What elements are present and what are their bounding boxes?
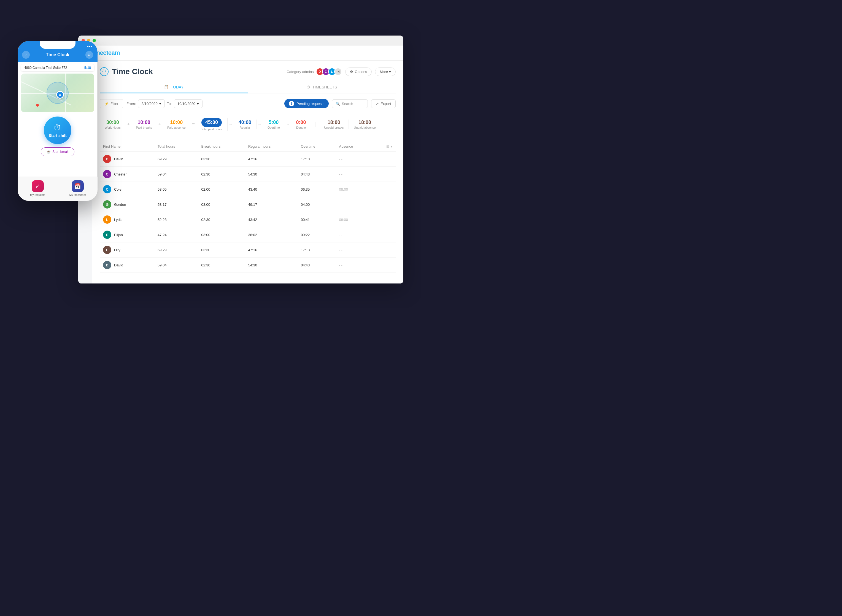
arrow-0: → — [227, 122, 234, 127]
stat-total-paid: 45:00 Total paid hours — [196, 118, 227, 131]
connector-0: + — [126, 122, 131, 127]
tab-today-icon: 📋 — [164, 85, 169, 89]
options-icon: ⚙ — [350, 70, 353, 74]
col-breaks: Break hours — [198, 142, 245, 151]
employee-name: Chester — [114, 172, 127, 176]
stat-paid-absence-label: Paid absence — [167, 126, 186, 129]
employee-name: Elijah — [114, 233, 123, 237]
category-admins: Category admins D C L +4 — [286, 68, 342, 75]
app-header: connecteam — [78, 45, 403, 61]
stat-unpaid-absence-label: Unpaid absence — [354, 126, 376, 129]
fullscreen-button[interactable] — [92, 39, 96, 42]
table-row[interactable]: D David 59:04 02:30 54:30 04:43 - - — [100, 258, 396, 273]
break-hours-cell: 03:30 — [198, 151, 245, 167]
nav-requests[interactable]: ✓ My requests — [18, 180, 57, 197]
connector-1: + — [157, 122, 162, 127]
requests-icon: ✓ — [32, 180, 44, 192]
total-hours-cell: 59:04 — [154, 258, 198, 273]
overtime-cell: 09:22 — [298, 227, 336, 242]
admin-avatars: D C L +4 — [316, 68, 342, 75]
absence-cell: - - — [336, 242, 373, 258]
employee-avatar: E — [103, 230, 111, 239]
start-break-button[interactable]: ☕ Start break — [41, 147, 74, 156]
stat-regular-value: 40:00 — [239, 120, 251, 125]
from-date-input[interactable]: 3/10/2020 ▾ — [138, 100, 165, 108]
filter-icon: ⚡ — [104, 102, 109, 106]
search-input[interactable]: 🔍 Search — [332, 100, 368, 108]
phone-notch — [40, 41, 75, 49]
connector-2: = — [191, 122, 196, 127]
back-button[interactable]: ‹ — [22, 51, 30, 59]
export-button[interactable]: ↗ Export — [371, 100, 396, 108]
total-hours-cell: 59:04 — [154, 167, 198, 182]
table-row[interactable]: G Gordon 53:17 03:00 49:17 04:00 - - — [100, 197, 396, 212]
main-content: ⏱ Time Clock Category admins D C L +4 — [92, 61, 403, 283]
absence-cell: - - — [336, 151, 373, 167]
table-row[interactable]: C Cole 58:05 02:00 43:40 06:35 08:00 — [100, 182, 396, 197]
filter-button[interactable]: ⚡ Filter — [100, 99, 123, 108]
phone-screen: ●●● ‹ Time Clock ⚙ 4860 Carmela Trail Su… — [18, 41, 98, 201]
stat-unpaid-breaks-value: 18:00 — [328, 120, 340, 125]
more-button[interactable]: More ▾ — [375, 67, 396, 76]
employee-avatar: G — [103, 200, 111, 208]
stat-paid-absence-value: 10:00 — [170, 120, 183, 125]
search-icon: 🔍 — [336, 102, 340, 106]
col-absence: Absence — [336, 142, 373, 151]
total-hours-cell: 47:24 — [154, 227, 198, 242]
nav-timesheet[interactable]: 📅 My timesheet — [57, 180, 98, 197]
stat-regular: 40:00 Regular — [234, 120, 257, 129]
stat-paid-breaks-label: Paid breaks — [136, 126, 152, 129]
stat-overtime-value: 5:00 — [268, 120, 279, 125]
regular-hours-cell: 47:16 — [245, 151, 298, 167]
overtime-cell: 17:13 — [298, 242, 336, 258]
employees-table: First Name Total hours Break hours Regul… — [100, 142, 396, 273]
app-logo: connecteam — [86, 49, 396, 56]
pending-count: 3 — [289, 101, 294, 106]
table-row[interactable]: D Devin 69:29 03:30 47:16 17:13 - - — [100, 151, 396, 167]
stat-total-paid-label: Total paid hours — [201, 128, 222, 131]
employee-name-cell: C Cole — [103, 185, 151, 194]
nav-timesheet-label: My timesheet — [69, 194, 86, 197]
table-row[interactable]: C Chester 59:04 02:30 54:30 04:43 - - — [100, 167, 396, 182]
stat-double: 0:00 Double — [291, 120, 311, 129]
phone-settings-button[interactable]: ⚙ — [85, 51, 93, 59]
scene: connecteam ◀ ⏱ Time Clock — [18, 19, 403, 289]
absence-cell: - - — [336, 258, 373, 273]
table-row[interactable]: L Lydia 52:23 02:30 43:42 00:41 08:00 — [100, 212, 396, 227]
col-config[interactable]: ⊞ ▾ — [373, 142, 396, 151]
location-address: 4860 Carmela Trail Suite 372 — [24, 66, 67, 70]
tab-timesheets-icon: ⏱ — [307, 85, 310, 89]
more-chevron-icon: ▾ — [389, 70, 391, 74]
col-firstname: First Name — [100, 142, 154, 151]
employee-name-cell: L Lilly — [103, 246, 151, 254]
stat-unpaid-absence-value: 18:00 — [358, 120, 371, 125]
options-button[interactable]: ⚙ Options — [345, 67, 372, 76]
table-row[interactable]: E Elijah 47:24 03:00 38:02 09:22 - - — [100, 227, 396, 242]
admin-avatar-count: +4 — [334, 68, 342, 75]
total-hours-cell: 69:29 — [154, 151, 198, 167]
start-shift-button[interactable]: ⏱ Start shift — [44, 117, 71, 144]
employee-name: Cole — [114, 187, 122, 191]
employee-name: Devin — [114, 157, 123, 161]
stat-paid-breaks: 10:00 Paid breaks — [131, 120, 157, 129]
from-date-chevron: ▾ — [159, 102, 161, 106]
break-hours-cell: 03:00 — [198, 227, 245, 242]
overtime-cell: 17:13 — [298, 151, 336, 167]
employee-name-cell: D David — [103, 261, 151, 269]
table-row[interactable]: L Lilly 69:29 03:30 47:16 17:13 - - — [100, 242, 396, 258]
employee-name-cell: C Chester — [103, 170, 151, 178]
page-title-row: ⏱ Time Clock — [100, 67, 153, 76]
break-icon: ☕ — [47, 150, 51, 154]
break-hours-cell: 03:00 — [198, 197, 245, 212]
to-date-input[interactable]: 10/10/2020 ▾ — [174, 100, 202, 108]
tab-today[interactable]: 📋 TODAY — [100, 82, 248, 93]
window-titlebar — [78, 35, 403, 45]
location-time: 5:18 — [84, 66, 91, 70]
col-regular: Regular hours — [245, 142, 298, 151]
employee-avatar: D — [103, 155, 111, 163]
tab-timesheets[interactable]: ⏱ TIMESHEETS — [248, 82, 396, 93]
pending-requests-button[interactable]: 3 Pending requests — [285, 99, 329, 108]
employee-avatar: L — [103, 216, 111, 224]
arrow-2: → — [285, 122, 291, 127]
overtime-cell: 00:41 — [298, 212, 336, 227]
